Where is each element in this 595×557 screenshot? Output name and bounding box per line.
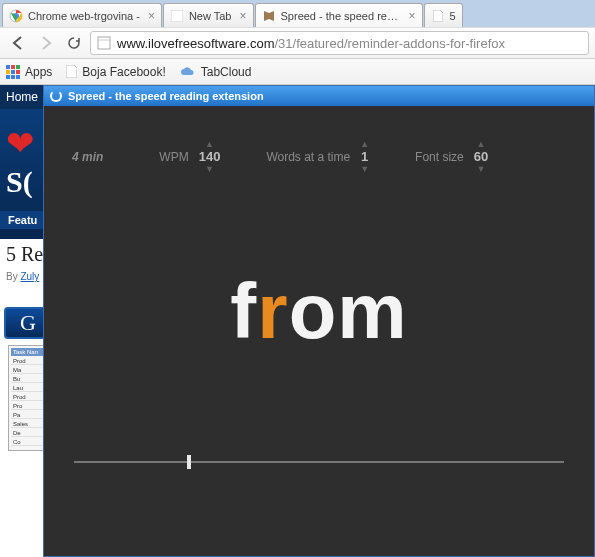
svg-rect-2	[171, 10, 183, 22]
apps-icon	[6, 65, 20, 79]
chevron-down-icon[interactable]: ▼	[205, 165, 214, 173]
tab-title: Spreed - the speed readi	[281, 10, 401, 22]
spreed-body: 4 min WPM ▲ 140 ▼ Words at a time ▲ 1 ▼	[44, 106, 594, 556]
bookmarks-bar: Apps Boja Facebook! TabCloud	[0, 59, 595, 85]
bookmark-label: Boja Facebook!	[82, 65, 165, 79]
tab-4[interactable]: 5	[424, 3, 463, 27]
gantt-row: Pa	[11, 412, 47, 419]
tab-strip: Chrome web-trgovina - × New Tab × Spreed…	[0, 0, 595, 27]
gantt-row: Sales	[11, 421, 47, 428]
apps-label: Apps	[25, 65, 52, 79]
spreed-title-text: Spreed - the speed reading extension	[68, 90, 264, 102]
bookmark-label: TabCloud	[201, 65, 252, 79]
close-icon[interactable]: ×	[240, 9, 247, 23]
toolbar: www.ilovefreesoftware.com /31/featured/r…	[0, 27, 595, 59]
gantt-row: Ma	[11, 367, 47, 374]
page-icon	[431, 9, 445, 23]
back-button[interactable]	[6, 31, 30, 55]
progress-slider[interactable]	[74, 454, 564, 470]
close-icon[interactable]: ×	[148, 9, 155, 23]
book-icon	[262, 9, 276, 23]
gantt-row: De	[11, 430, 47, 437]
bookmark-item[interactable]: TabCloud	[180, 65, 252, 79]
words-at-time-setting: Words at a time ▲ 1 ▼	[266, 140, 369, 173]
wat-value: 1	[361, 149, 368, 164]
tab-1[interactable]: Chrome web-trgovina - ×	[2, 3, 162, 27]
bg-featured-tab[interactable]: Featu	[0, 211, 45, 229]
page-viewport: Home ❤ S( Featu 5 Re By Zuly G Task Nan …	[0, 85, 595, 557]
fs-label: Font size	[415, 150, 464, 164]
tab-title: New Tab	[189, 10, 232, 22]
wpm-setting: WPM ▲ 140 ▼	[159, 140, 220, 173]
font-size-setting: Font size ▲ 60 ▼	[415, 140, 488, 173]
cloud-icon	[180, 66, 196, 77]
url-path: /31/featured/reminder-addons-for-firefox	[275, 36, 506, 51]
gantt-row: Lau	[11, 385, 47, 392]
progress-thumb[interactable]	[187, 455, 191, 469]
estimated-time: 4 min	[72, 150, 113, 164]
tab-3[interactable]: Spreed - the speed readi ×	[255, 3, 423, 27]
globe-icon	[97, 36, 111, 50]
heart-icon: ❤	[6, 123, 34, 163]
word-post: om	[289, 267, 408, 355]
omnibox[interactable]: www.ilovefreesoftware.com /31/featured/r…	[90, 31, 589, 55]
wat-label: Words at a time	[266, 150, 350, 164]
apps-button[interactable]: Apps	[6, 65, 52, 79]
url-host: www.ilovefreesoftware.com	[117, 36, 275, 51]
byline-prefix: By	[6, 271, 20, 282]
gantt-row: Co	[11, 439, 47, 446]
reload-button[interactable]	[62, 31, 86, 55]
wpm-label: WPM	[159, 150, 188, 164]
bg-logo-frag: S(	[6, 165, 33, 199]
page-icon	[66, 65, 77, 78]
gantt-row: Bu	[11, 376, 47, 383]
reading-word-stage[interactable]: from	[44, 266, 594, 357]
gantt-row: Prod	[11, 394, 47, 401]
svg-rect-3	[98, 37, 110, 49]
progress-track	[74, 461, 564, 463]
gantt-row: Prod	[11, 358, 47, 365]
chevron-up-icon[interactable]: ▲	[477, 140, 486, 148]
settings-row: 4 min WPM ▲ 140 ▼ Words at a time ▲ 1 ▼	[44, 106, 594, 173]
chevron-down-icon[interactable]: ▼	[477, 165, 486, 173]
tab-2[interactable]: New Tab ×	[163, 3, 254, 27]
word-pre: f	[230, 267, 257, 355]
author-link[interactable]: Zuly	[20, 271, 39, 282]
spreed-titlebar[interactable]: Spreed - the speed reading extension	[44, 86, 594, 106]
newtab-icon	[170, 9, 184, 23]
chrome-store-icon	[9, 9, 23, 23]
chevron-down-icon[interactable]: ▼	[360, 165, 369, 173]
chevron-up-icon[interactable]: ▲	[360, 140, 369, 148]
wpm-value: 140	[199, 149, 221, 164]
loading-icon	[50, 90, 62, 102]
tab-title: Chrome web-trgovina -	[28, 10, 140, 22]
close-icon[interactable]: ×	[409, 9, 416, 23]
current-word: from	[230, 268, 407, 355]
chevron-up-icon[interactable]: ▲	[205, 140, 214, 148]
fs-value: 60	[474, 149, 488, 164]
gantt-row: Pro	[11, 403, 47, 410]
tab-title: 5	[450, 10, 456, 22]
bookmark-item[interactable]: Boja Facebook!	[66, 65, 165, 79]
forward-button	[34, 31, 58, 55]
gantt-header: Task Nan	[11, 348, 47, 356]
word-focus-letter: r	[257, 267, 288, 355]
spreed-window: Spreed - the speed reading extension 4 m…	[43, 85, 595, 557]
time-label: 4 min	[72, 150, 103, 164]
